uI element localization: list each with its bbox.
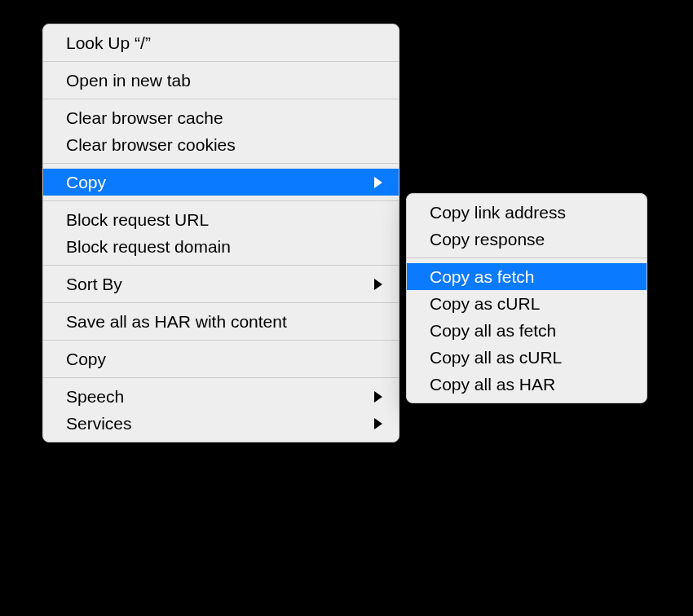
menu-item-copy-plain[interactable]: Copy	[43, 345, 399, 372]
menu-separator	[43, 99, 399, 99]
copy-submenu: Copy link address Copy response Copy as …	[406, 193, 647, 403]
menu-item-copy-all-as-har[interactable]: Copy all as HAR	[407, 371, 647, 398]
submenu-arrow-icon	[374, 279, 382, 290]
menu-item-copy-as-fetch[interactable]: Copy as fetch	[407, 263, 647, 290]
menu-item-copy-link-address[interactable]: Copy link address	[407, 199, 647, 226]
svg-marker-1	[374, 279, 382, 290]
menu-item-label: Save all as HAR with content	[66, 312, 287, 332]
menu-separator	[43, 265, 399, 266]
menu-item-open-new-tab[interactable]: Open in new tab	[43, 67, 399, 94]
svg-marker-2	[374, 391, 382, 403]
svg-marker-3	[374, 418, 382, 429]
menu-separator	[43, 340, 399, 341]
menu-item-copy-submenu[interactable]: Copy	[43, 169, 399, 196]
menu-separator	[43, 377, 399, 378]
menu-item-label: Speech	[66, 387, 124, 407]
menu-item-clear-cookies[interactable]: Clear browser cookies	[43, 131, 399, 158]
menu-separator	[43, 302, 399, 303]
menu-item-copy-response[interactable]: Copy response	[407, 226, 647, 253]
menu-separator	[43, 61, 399, 62]
menu-item-copy-all-as-fetch[interactable]: Copy all as fetch	[407, 317, 647, 344]
menu-item-label: Services	[66, 414, 132, 433]
menu-item-block-request-domain[interactable]: Block request domain	[43, 233, 399, 260]
menu-separator	[43, 200, 399, 201]
main-context-menu: Look Up “/” Open in new tab Clear browse…	[42, 24, 399, 442]
menu-item-block-request-url[interactable]: Block request URL	[43, 206, 399, 233]
menu-item-label: Block request URL	[66, 210, 209, 230]
menu-item-label: Copy	[66, 350, 106, 369]
menu-item-label: Copy all as cURL	[430, 348, 562, 367]
svg-marker-0	[374, 177, 382, 188]
menu-item-label: Copy link address	[430, 203, 566, 222]
submenu-arrow-icon	[374, 391, 382, 403]
menu-item-label: Copy as fetch	[430, 267, 534, 287]
submenu-arrow-icon	[374, 177, 382, 188]
menu-item-speech[interactable]: Speech	[43, 383, 399, 410]
menu-item-label: Copy all as fetch	[430, 321, 556, 341]
menu-item-services[interactable]: Services	[43, 410, 399, 437]
menu-item-save-har[interactable]: Save all as HAR with content	[43, 308, 399, 335]
menu-item-sort-by[interactable]: Sort By	[43, 271, 399, 297]
menu-separator	[43, 163, 399, 164]
menu-item-copy-as-curl[interactable]: Copy as cURL	[407, 290, 647, 317]
submenu-arrow-icon	[374, 418, 382, 429]
menu-item-label: Copy as cURL	[430, 294, 540, 314]
menu-item-copy-all-as-curl[interactable]: Copy all as cURL	[407, 344, 647, 371]
menu-item-label: Copy	[66, 173, 106, 192]
menu-separator	[407, 257, 647, 258]
menu-item-label: Block request domain	[66, 237, 231, 257]
menu-item-label: Copy all as HAR	[430, 375, 555, 394]
menu-item-label: Copy response	[430, 230, 545, 249]
menu-item-label: Look Up “/”	[66, 33, 151, 53]
menu-item-label: Sort By	[66, 275, 122, 294]
menu-item-lookup[interactable]: Look Up “/”	[43, 29, 399, 56]
menu-item-clear-cache[interactable]: Clear browser cache	[43, 104, 399, 131]
menu-item-label: Open in new tab	[66, 71, 191, 90]
menu-item-label: Clear browser cookies	[66, 135, 236, 155]
menu-item-label: Clear browser cache	[66, 108, 223, 128]
